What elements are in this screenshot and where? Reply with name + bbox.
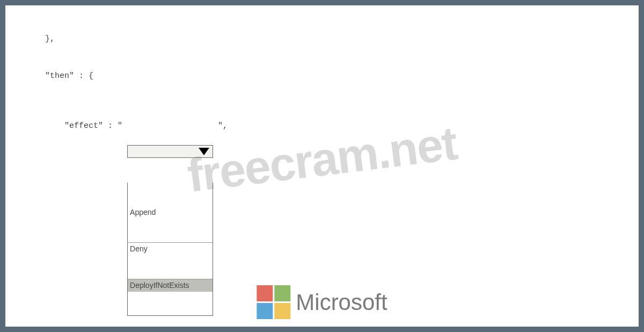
- code-text: ",: [213, 120, 228, 132]
- logo-square-blue: [257, 303, 273, 319]
- document-frame: }, "then" : { "effect" : " Append Deny D…: [0, 0, 644, 332]
- dropdown-option[interactable]: DeployIfNotExists: [128, 279, 213, 292]
- microsoft-logo: Microsoft: [257, 285, 387, 319]
- microsoft-logo-icon: [257, 285, 290, 319]
- dropdown-toggle[interactable]: [127, 145, 213, 158]
- code-line: },: [16, 33, 628, 45]
- dropdown-option[interactable]: Deny: [128, 242, 213, 256]
- dropdown-options: Append Deny DeployIfNotExists: [127, 183, 213, 316]
- code-line: "then" : {: [16, 70, 628, 82]
- effect-dropdown[interactable]: Append Deny DeployIfNotExists: [127, 120, 213, 332]
- code-text: "effect" : ": [16, 120, 127, 132]
- code-block: }, "then" : { "effect" : " Append Deny D…: [5, 5, 639, 332]
- chevron-down-icon: [199, 148, 209, 155]
- microsoft-logo-text: Microsoft: [296, 290, 387, 315]
- dropdown-option[interactable]: Append: [128, 206, 213, 219]
- logo-square-green: [274, 285, 290, 301]
- logo-square-red: [257, 285, 273, 301]
- logo-square-yellow: [274, 303, 290, 319]
